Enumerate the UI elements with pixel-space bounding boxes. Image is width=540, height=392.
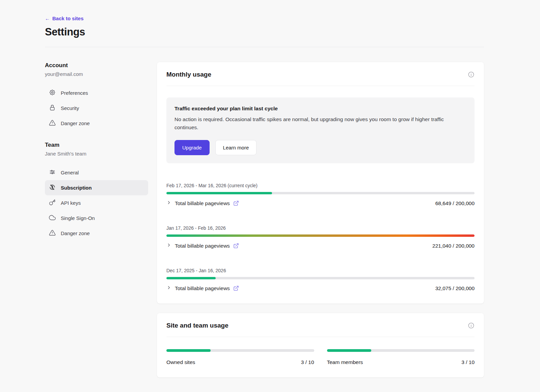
account-section: Account your@email.com Preferences Secur… [45,62,148,131]
sidebar-item-subscription[interactable]: Subscription [45,180,148,195]
info-icon[interactable] [468,322,475,329]
sidebar-item-api-keys[interactable]: API keys [45,195,148,211]
page-container: ← Back to sites Settings Account your@em… [45,0,484,392]
team-heading: Team [45,142,148,148]
main-content: Monthly usage Traffic exceeded your plan… [157,62,484,377]
meter-label: Owned sites [166,359,195,365]
sidebar-item-label: Danger zone [61,230,90,236]
external-link-icon[interactable] [233,243,239,249]
meter-track [327,349,475,352]
back-link-label: Back to sites [52,16,84,21]
site-team-usage-card: Site and team usage Owned sites 3 / 10 [157,313,484,377]
usage-cycle-older: Dec 17, 2025 - Jan 16, 2026 Total billab… [166,268,475,291]
monthly-usage-title: Monthly usage [166,71,211,78]
cycle-period: Jan 17, 2026 - Feb 16, 2026 [166,225,475,231]
meter-track [166,349,314,352]
sidebar-item-account-danger-zone[interactable]: Danger zone [45,116,148,131]
usage-value: 221,040 / 200,000 [432,243,475,249]
page-title: Settings [45,26,484,38]
settings-sidebar: Account your@email.com Preferences Secur… [45,62,148,377]
usage-progress-fill-over-limit [166,234,475,237]
sidebar-item-label: Single Sign-On [61,215,95,221]
sidebar-item-label: Danger zone [61,120,90,126]
warning-triangle-icon [49,229,56,237]
warning-triangle-icon [49,119,56,127]
sidebar-item-label: Subscription [61,185,92,191]
gear-icon [49,89,56,97]
usage-cycle-current: Feb 17, 2026 - Mar 16, 2026 (current cyc… [166,183,475,206]
monthly-usage-card: Monthly usage Traffic exceeded your plan… [157,62,484,304]
team-members-meter: Team members 3 / 10 [327,349,475,365]
back-to-sites-link[interactable]: ← Back to sites [45,16,84,21]
total-billable-pageviews-toggle[interactable]: Total billable pageviews [166,243,239,249]
traffic-exceeded-notice: Traffic exceeded your plan limit last cy… [166,97,475,163]
cycle-period: Dec 17, 2025 - Jan 16, 2026 [166,268,475,273]
notice-body: No action is required. Occasional traffi… [174,115,466,132]
card-divider [166,86,475,86]
sidebar-item-label: Security [61,105,79,111]
meter-value: 3 / 10 [461,359,475,365]
meter-value: 3 / 10 [301,359,314,365]
sidebar-item-label: Preferences [61,90,88,96]
dollar-refresh-icon [49,184,56,192]
usage-cycle-previous: Jan 17, 2026 - Feb 16, 2026 Total billab… [166,225,475,249]
notice-title: Traffic exceeded your plan limit last cy… [174,106,466,112]
cloud-icon [49,214,56,222]
upgrade-button[interactable]: Upgrade [174,140,210,155]
metric-label: Total billable pageviews [175,285,230,291]
usage-progress-fill [166,277,216,279]
usage-progress-track [166,277,475,279]
owned-sites-meter: Owned sites 3 / 10 [166,349,314,365]
meter-fill [327,349,371,352]
team-name: Jane Smith's team [45,151,148,157]
sidebar-item-team-danger-zone[interactable]: Danger zone [45,226,148,241]
sidebar-item-general[interactable]: General [45,165,148,180]
page-header: ← Back to sites Settings [45,0,484,47]
team-section: Team Jane Smith's team General Subscript… [45,142,148,241]
sidebar-item-preferences[interactable]: Preferences [45,85,148,101]
sidebar-item-single-sign-on[interactable]: Single Sign-On [45,211,148,226]
external-link-icon[interactable] [233,200,239,206]
learn-more-button[interactable]: Learn more [215,140,257,155]
chevron-right-icon [166,200,171,206]
account-heading: Account [45,62,148,69]
total-billable-pageviews-toggle[interactable]: Total billable pageviews [166,285,239,291]
usage-value: 32,075 / 200,000 [435,285,475,291]
external-link-icon[interactable] [233,285,239,291]
sliders-icon [49,169,56,176]
key-icon [49,199,56,207]
usage-progress-track [166,234,475,237]
lock-icon [49,104,56,112]
sidebar-item-security[interactable]: Security [45,101,148,116]
account-email: your@email.com [45,71,148,77]
cycle-period: Feb 17, 2026 - Mar 16, 2026 (current cyc… [166,183,475,188]
total-billable-pageviews-toggle[interactable]: Total billable pageviews [166,200,239,206]
metric-label: Total billable pageviews [175,243,230,249]
site-team-usage-title: Site and team usage [166,322,228,329]
chevron-right-icon [166,285,171,291]
sidebar-item-label: API keys [61,200,81,206]
usage-value: 68,649 / 200,000 [435,200,475,206]
meter-fill [166,349,211,352]
metric-label: Total billable pageviews [175,200,230,206]
usage-progress-track [166,192,475,194]
card-divider [166,337,475,337]
usage-progress-fill [166,192,272,194]
sidebar-item-label: General [61,170,79,175]
chevron-right-icon [166,243,171,249]
meter-label: Team members [327,359,363,365]
info-icon[interactable] [468,71,475,78]
arrow-left-icon: ← [45,16,50,21]
